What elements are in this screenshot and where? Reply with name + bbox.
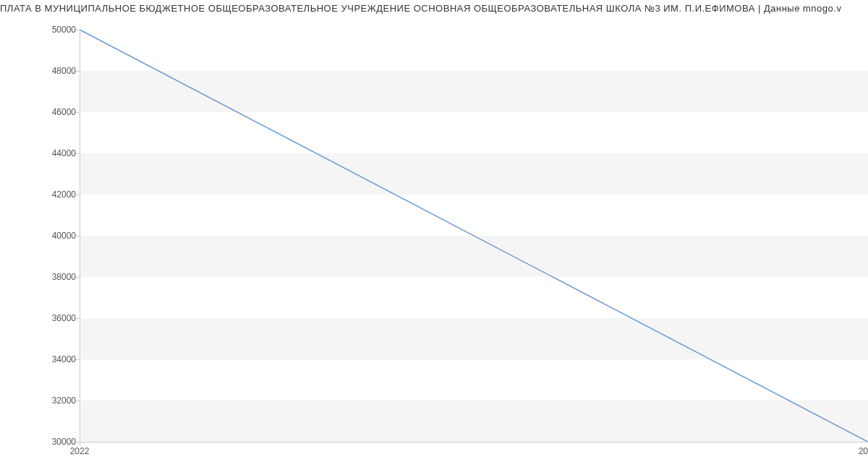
y-tick-label: 38000 [4, 272, 76, 282]
y-tick-label: 36000 [4, 313, 76, 323]
chart-title: ПЛАТА В МУНИЦИПАЛЬНОЕ БЮДЖЕТНОЕ ОБЩЕОБРА… [0, 0, 868, 14]
x-tick-label: 2022 [70, 446, 90, 456]
y-tick-label: 40000 [4, 231, 76, 241]
y-tick-label: 50000 [4, 25, 76, 35]
y-tick [76, 236, 80, 236]
y-tick-label: 30000 [4, 437, 76, 447]
y-tick [76, 195, 80, 195]
y-tick [76, 277, 80, 278]
chart-container: 3000032000340003600038000400004200044000… [0, 14, 868, 462]
plot-area [80, 30, 868, 442]
y-axis [80, 30, 80, 442]
x-axis [80, 442, 868, 443]
y-tick-label: 32000 [4, 396, 76, 406]
chart-svg [80, 30, 868, 442]
data-line [80, 30, 868, 442]
y-tick-label: 42000 [4, 189, 76, 200]
y-tick-label: 48000 [4, 66, 76, 76]
y-tick [76, 112, 80, 113]
y-tick [76, 359, 80, 360]
y-tick [76, 401, 80, 401]
y-tick [76, 30, 80, 30]
y-tick-label: 44000 [4, 148, 76, 158]
x-tick [80, 442, 80, 445]
x-tick-label: 2024 [859, 446, 868, 456]
y-tick [76, 71, 80, 72]
y-tick [76, 318, 80, 319]
y-tick [76, 153, 80, 154]
y-tick-label: 34000 [4, 354, 76, 364]
y-tick-label: 46000 [4, 107, 76, 117]
